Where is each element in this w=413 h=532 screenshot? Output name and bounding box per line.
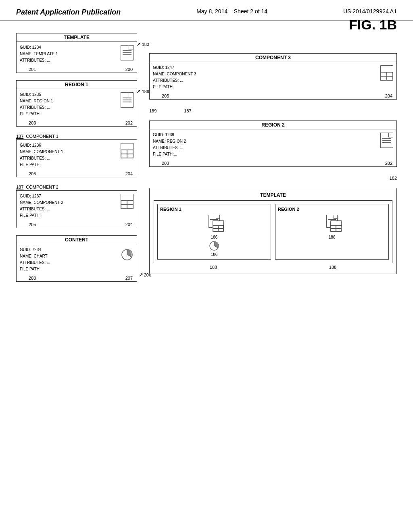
content-box-container: CONTENT GUID: 7234 NAME: CHART ATTRIBUTE… (16, 235, 137, 282)
region2-inner-title: REGION 2 (278, 207, 386, 212)
right-column: COMPONENT 3 GUID: 1247 NAME: COMPONENT 3… (149, 33, 397, 282)
template-inner: REGION 1 (154, 200, 392, 263)
template-large-bottom-refs: 188 188 (154, 265, 392, 270)
region1-ref-203: 203 (29, 121, 36, 125)
region2-doc-comp (326, 213, 338, 229)
content-box-content: GUID: 7234 NAME: CHART ATTRIBUTES: ... F… (17, 244, 137, 275)
region1-box-container: REGION 1 GUID: 1235 NAME: REGION 1 ATTRI… (16, 80, 137, 127)
region2-box-numbers: 203 202 (150, 160, 396, 166)
main-content: FIG. 1B TEMPLATE GUID: 1234 NAME: TEMPLA… (0, 21, 413, 294)
component3-box-title: COMPONENT 3 (150, 54, 396, 62)
content-ref-207: 207 (125, 276, 133, 281)
component3-box: COMPONENT 3 GUID: 1247 NAME: COMPONENT 3… (149, 53, 397, 100)
region2-ref-203: 203 (162, 161, 169, 166)
template-large-box: TEMPLATE REGION 1 (149, 188, 397, 274)
fig-title: FIG. 1B (349, 17, 397, 33)
component1-name: COMPONENT 1 (26, 134, 58, 139)
left-column: TEMPLATE GUID: 1234 NAME: TEMPLATE 1 ATT… (16, 33, 137, 282)
component3-comp-icon (380, 65, 393, 81)
region1-ref-202: 202 (125, 121, 133, 125)
content-chart-icon (121, 248, 133, 261)
region2-mini-comp (330, 220, 342, 232)
region1-mini-comp (213, 220, 224, 232)
component1-ref-205: 205 (29, 171, 36, 176)
region2-ref-202: 202 (385, 161, 392, 166)
region1-inner-box: REGION 1 (157, 204, 271, 260)
pub-date: May 8, 2014 (196, 8, 227, 15)
component2-box-numbers: 205 204 (17, 221, 137, 228)
component2-ref-204: 204 (125, 222, 133, 227)
template-ref-200: 200 (125, 67, 133, 72)
component1-box-numbers: 205 204 (17, 170, 137, 177)
region2-doc-icon (380, 133, 393, 148)
component2-box-container: 187 COMPONENT 2 GUID: 1237 NAME: COMPONE… (16, 185, 137, 228)
region1-doc-comp (209, 213, 220, 229)
region2-ref-189: 189 (149, 108, 156, 113)
arrow-ref-183: ↗ 183 (136, 41, 149, 47)
template-large-ref: 182 (149, 176, 397, 181)
component2-box-content: GUID: 1237 NAME: COMPONENT 2 ATTRIBUTES:… (17, 191, 137, 221)
region1-doc-icon (121, 92, 133, 108)
region1-ref-186-2: 186 (211, 252, 218, 257)
template-box-container: TEMPLATE GUID: 1234 NAME: TEMPLATE 1 ATT… (16, 33, 137, 73)
region2-ref-186: 186 (329, 235, 336, 239)
region1-box-title: REGION 1 (17, 81, 137, 89)
region1-inner-title: REGION 1 (160, 207, 268, 212)
sheet-info: Sheet 2 of 14 (234, 8, 267, 15)
component3-ref-205: 205 (162, 94, 169, 98)
component1-comp-icon (121, 143, 133, 158)
component2-box: GUID: 1237 NAME: COMPONENT 2 ATTRIBUTES:… (16, 190, 137, 228)
region2-inner-content: 186 (278, 213, 386, 239)
template-box-fields: GUID: 1234 NAME: TEMPLATE 1 ATTRIBUTES: … (20, 44, 118, 64)
template-box-title: TEMPLATE (17, 33, 137, 42)
region1-box-content: GUID: 1235 NAME: REGION 1 ATTRIBUTES: ..… (17, 89, 137, 120)
component1-box-fields: GUID: 1236 NAME: COMPONENT 1 ATTRIBUTES:… (20, 142, 118, 168)
template-ref-201: 201 (29, 67, 36, 72)
component1-box: GUID: 1236 NAME: COMPONENT 1 ATTRIBUTES:… (16, 139, 137, 177)
component3-box-content: GUID: 1247 NAME: COMPONENT 3 ATTRIBUTES:… (150, 62, 396, 93)
component1-ref-label: 187 (16, 134, 23, 139)
component3-box-numbers: 205 204 (150, 93, 396, 99)
region2-box-fields: GUID: 1239 NAME: REGION 2 ATTRIBUTES: ..… (153, 132, 378, 158)
region1-box-numbers: 203 202 (17, 120, 137, 126)
template-box-numbers: 201 200 (17, 66, 137, 73)
component1-ref-204: 204 (125, 171, 133, 176)
content-box: CONTENT GUID: 7234 NAME: CHART ATTRIBUTE… (16, 235, 137, 282)
region1-mini-chart (209, 240, 220, 251)
ref-188-2: 188 (329, 265, 336, 270)
component2-box-fields: GUID: 1237 NAME: COMPONENT 2 ATTRIBUTES:… (20, 193, 118, 219)
region1-box-fields: GUID: 1235 NAME: REGION 1 ATTRIBUTES: ..… (20, 91, 118, 117)
publication-title: Patent Application Publication (16, 8, 121, 17)
component2-ref-205: 205 (29, 222, 36, 227)
template-box-content: GUID: 1234 NAME: TEMPLATE 1 ATTRIBUTES: … (17, 42, 137, 66)
template-doc-icon (121, 45, 133, 60)
region2-box-title: REGION 2 (150, 121, 396, 129)
component1-box-content: GUID: 1236 NAME: COMPONENT 1 ATTRIBUTES:… (17, 140, 137, 170)
component2-name: COMPONENT 2 (26, 185, 58, 189)
region2-inner-box: REGION 2 (275, 204, 389, 260)
template-large-title: TEMPLATE (154, 192, 392, 198)
component1-box-container: 187 COMPONENT 1 GUID: 1236 NAME: COMPONE… (16, 134, 137, 177)
patent-number: US 2014/0129924 A1 (343, 8, 397, 15)
content-box-numbers: 208 207 (17, 275, 137, 281)
region2-box: REGION 2 GUID: 1239 NAME: REGION 2 ATTRI… (149, 121, 397, 167)
component1-label-above: 187 COMPONENT 1 (16, 134, 137, 139)
region2-ref-labels: 189 187 (149, 108, 397, 113)
component2-label-above: 187 COMPONENT 2 (16, 185, 137, 189)
ref-188-1: 188 (210, 265, 217, 270)
region1-ref-186-1: 186 (211, 235, 218, 239)
component3-box-container: COMPONENT 3 GUID: 1247 NAME: COMPONENT 3… (149, 53, 397, 100)
template-box: TEMPLATE GUID: 1234 NAME: TEMPLATE 1 ATT… (16, 33, 137, 73)
header-center: May 8, 2014 Sheet 2 of 14 (196, 8, 267, 15)
component2-comp-icon (121, 194, 133, 209)
content-ref-208: 208 (29, 276, 36, 281)
arrow-ref-189: ↗ 189 (136, 88, 149, 94)
region1-inner-content: 186 186 (160, 213, 268, 257)
content-box-fields: GUID: 7234 NAME: CHART ATTRIBUTES: ... F… (20, 247, 118, 272)
region1-box: REGION 1 GUID: 1235 NAME: REGION 1 ATTRI… (16, 80, 137, 127)
region2-box-container: REGION 2 GUID: 1239 NAME: REGION 2 ATTRI… (149, 121, 397, 167)
component3-ref-204: 204 (385, 94, 392, 98)
content-box-title: CONTENT (17, 236, 137, 244)
component3-box-fields: GUID: 1247 NAME: COMPONENT 3 ATTRIBUTES:… (153, 64, 378, 90)
region2-box-content: GUID: 1239 NAME: REGION 2 ATTRIBUTES: ..… (150, 129, 396, 160)
